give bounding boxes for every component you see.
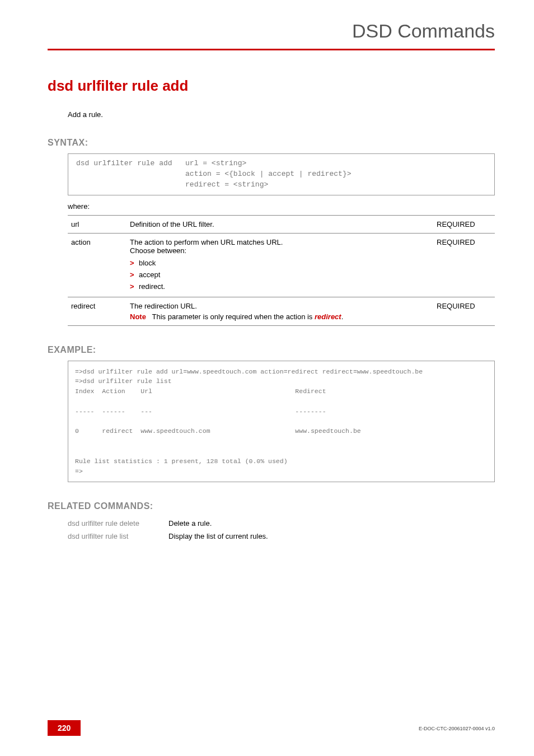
option-label: block <box>139 259 156 267</box>
page-number: 220 <box>48 720 81 736</box>
param-desc: The redirection URL. Note This parameter… <box>127 297 433 325</box>
caret-icon: > <box>130 282 139 291</box>
note-text: This parameter is only required when the… <box>152 312 315 321</box>
where-label: where: <box>68 202 495 211</box>
related-cmd: dsd urlfilter rule delete <box>68 517 168 530</box>
option-label: redirect. <box>139 282 165 291</box>
caret-icon: > <box>130 259 139 267</box>
param-table: url Definition of the URL filter. REQUIR… <box>68 215 495 326</box>
chapter-title: DSD Commands <box>0 0 534 49</box>
related-table: dsd urlfilter rule delete Delete a rule.… <box>68 517 279 543</box>
param-name: url <box>68 215 127 233</box>
param-row-redirect: redirect The redirection URL. Note This … <box>68 297 495 325</box>
command-intro: Add a rule. <box>68 110 495 119</box>
doc-id: E-DOC-CTC-20061027-0004 v1.0 <box>419 726 495 731</box>
list-item: >accept <box>130 269 428 281</box>
footer: 220 E-DOC-CTC-20061027-0004 v1.0 <box>0 720 534 736</box>
table-row: dsd urlfilter rule list Display the list… <box>68 530 279 543</box>
note-label: Note <box>130 312 146 321</box>
related-cmd: dsd urlfilter rule list <box>68 530 168 543</box>
param-name: action <box>68 233 127 297</box>
related-heading: RELATED COMMANDS: <box>48 501 495 511</box>
note-em: redirect <box>315 312 341 321</box>
list-item: >redirect. <box>130 281 428 292</box>
param-row-url: url Definition of the URL filter. REQUIR… <box>68 215 495 233</box>
param-name: redirect <box>68 297 127 325</box>
syntax-box: dsd urlfilter rule add url = <string> ac… <box>68 153 495 195</box>
related-desc: Display the list of current rules. <box>168 530 279 543</box>
table-row: dsd urlfilter rule delete Delete a rule. <box>68 517 279 530</box>
param-desc: Definition of the URL filter. <box>127 215 433 233</box>
param-req: REQUIRED <box>433 233 495 297</box>
note-text-post: . <box>341 312 344 321</box>
related-desc: Delete a rule. <box>168 517 279 530</box>
example-box: =>dsd urlfilter rule add url=www.speedto… <box>68 361 495 483</box>
list-item: >block <box>130 257 428 269</box>
example-heading: EXAMPLE: <box>48 345 495 355</box>
param-option-list: >block >accept >redirect. <box>130 257 428 292</box>
param-desc-line: Choose between: <box>130 246 186 255</box>
param-req: REQUIRED <box>433 215 495 233</box>
syntax-heading: SYNTAX: <box>48 138 495 148</box>
command-title: dsd urlfilter rule add <box>48 77 495 95</box>
param-req: REQUIRED <box>433 297 495 325</box>
param-desc-line: The action to perform when URL matches U… <box>130 238 283 246</box>
caret-icon: > <box>130 270 139 279</box>
param-desc: The action to perform when URL matches U… <box>127 233 433 297</box>
param-row-action: action The action to perform when URL ma… <box>68 233 495 297</box>
option-label: accept <box>139 270 160 279</box>
param-desc-line: The redirection URL. <box>130 302 197 310</box>
header-rule <box>48 49 495 50</box>
